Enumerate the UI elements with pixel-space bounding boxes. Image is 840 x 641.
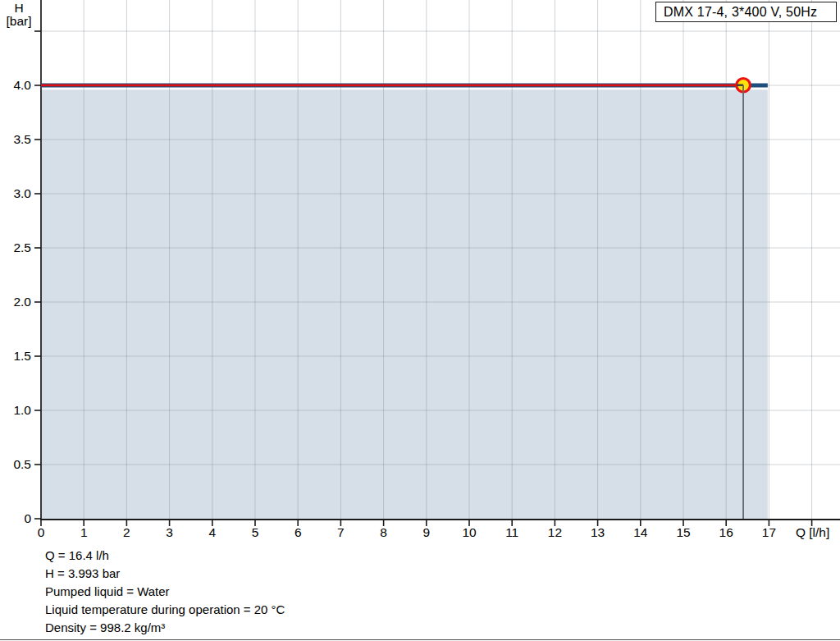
legend-box: DMX 17-4, 3*400 V, 50Hz	[655, 2, 837, 22]
x-tick-label: 2	[123, 525, 130, 539]
y-tick-label: 3.5	[13, 132, 31, 146]
info-line-density: Density = 998.2 kg/m³	[45, 619, 537, 637]
info-line-temperature: Liquid temperature during operation = 20…	[45, 601, 537, 619]
y-tick-label: 2.5	[13, 240, 31, 254]
y-axis-title-line: H	[14, 1, 23, 15]
x-tick-label: 10	[462, 525, 477, 539]
duty-info-block: Q = 16.4 l/h H = 3.993 bar Pumped liquid…	[45, 547, 537, 637]
pump-curve-page: 0123456789101112131415161700.51.01.52.02…	[0, 0, 840, 641]
y-tick-label: 0	[24, 511, 31, 525]
x-tick-label: 4	[208, 525, 216, 539]
y-tick-label: 1.5	[13, 349, 31, 363]
x-tick-label: 5	[252, 525, 259, 539]
x-tick-label: 6	[294, 525, 302, 539]
x-tick-label: 8	[380, 525, 387, 539]
x-tick-label: 12	[548, 525, 562, 539]
x-tick-label: 16	[719, 525, 733, 539]
page-bottom-divider	[0, 639, 840, 640]
y-axis-title-line: [bar]	[6, 14, 31, 28]
y-tick-label: 3.0	[13, 186, 31, 200]
x-tick-label: 13	[591, 525, 605, 539]
x-axis-title: Q [l/h]	[796, 525, 829, 539]
x-tick-label: 7	[337, 525, 345, 539]
x-tick-label: 9	[422, 525, 430, 539]
pump-curve-chart: 0123456789101112131415161700.51.01.52.02…	[0, 0, 840, 542]
y-tick-label: 2.0	[13, 295, 31, 309]
y-tick-label: 4.0	[13, 78, 31, 92]
info-line-flow: Q = 16.4 l/h	[45, 547, 537, 565]
curve-area	[41, 89, 768, 519]
y-tick-label: 0.5	[13, 457, 31, 471]
x-tick-label: 15	[676, 525, 690, 539]
x-tick-label: 0	[38, 525, 45, 539]
legend-label: DMX 17-4, 3*400 V, 50Hz	[664, 5, 817, 20]
info-line-head: H = 3.993 bar	[45, 565, 537, 583]
y-tick-label: 1.0	[13, 403, 31, 417]
x-tick-label: 3	[166, 525, 173, 539]
x-tick-label: 11	[505, 525, 518, 539]
info-line-liquid: Pumped liquid = Water	[45, 583, 537, 601]
x-tick-label: 1	[80, 525, 88, 539]
x-tick-label: 14	[633, 525, 648, 539]
curve-area-fill	[41, 89, 768, 519]
x-tick-label: 17	[762, 525, 776, 539]
